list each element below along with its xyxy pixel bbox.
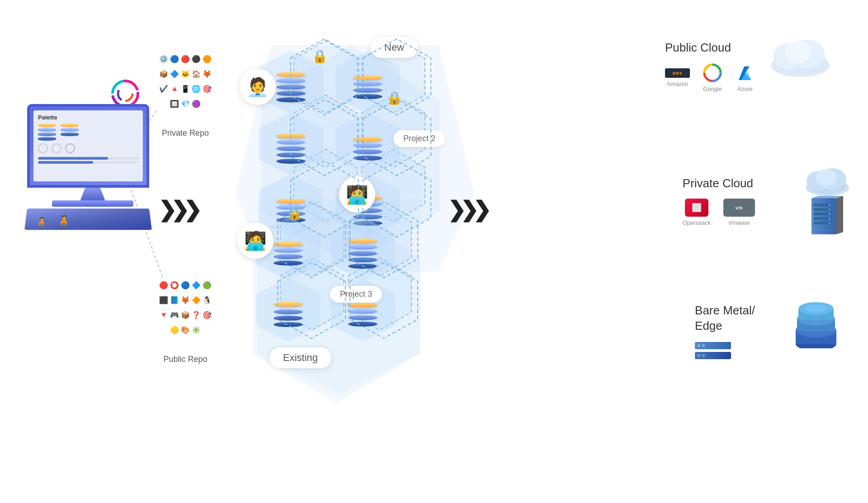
monitor-screen: Palette [27,104,149,188]
azure-label: Azure [737,85,753,92]
monitor-base [52,200,133,207]
svg-point-47 [829,209,830,210]
public-cloud-title: Public Cloud [665,41,755,55]
hex-cluster-4 [333,112,405,178]
hex-cluster-9 [328,217,398,280]
public-cloud-section: Public Cloud aws Amazon Google [665,41,755,92]
label-existing: Existing [269,347,331,368]
vmware-logo: vm [723,199,755,217]
amazon-label: Amazon [667,81,689,87]
openstack-logo: ⬜ [685,199,708,217]
svg-point-46 [829,204,830,206]
monitor: Palette [27,104,158,231]
openstack-label: Openstack [683,219,711,226]
svg-point-58 [805,305,827,312]
label-project2: Project 2 [393,130,445,147]
openstack-provider: ⬜ Openstack [683,199,711,226]
azure-provider: Azure [735,63,755,92]
aws-logo: aws [665,68,690,78]
monitor-palette-label: Palette [38,114,138,121]
svg-marker-39 [836,196,843,234]
figure-standing-1: 🧍 [34,217,49,229]
bare-metal-icon [787,294,845,350]
lock-icon-2: 🔒 [387,90,402,105]
person-figure-1: 🧑‍💼 [240,69,276,105]
google-logo [703,63,722,83]
private-repo-label: Private Repo [140,128,231,138]
monitor-section: Palette [27,104,158,231]
bare-metal-title: Bare Metal/ Edge [695,303,755,334]
lock-icon-1: 🔒 [312,49,328,64]
hex-cluster-2 [333,51,405,116]
bare-metal-section: Bare Metal/ Edge [695,303,755,359]
left-arrow: ❯❯❯ [158,199,196,221]
label-project3: Project 3 [330,286,382,303]
lock-icon-3: 🔒 [287,206,302,221]
azure-logo [735,63,755,83]
google-label: Google [703,85,722,92]
public-cloud-icon [764,32,836,83]
svg-point-48 [829,213,830,215]
svg-point-49 [829,218,830,219]
private-cloud-title: Private Cloud [683,176,755,190]
person-figure-2: 🧑‍💻 [339,176,375,213]
figure-standing-2: 🧍 [55,215,72,229]
monitor-stand [80,188,105,200]
public-repo-label: Public Repo [140,355,231,364]
svg-point-50 [829,222,830,224]
google-provider: Google [703,63,722,92]
private-cloud-icon [800,163,854,239]
label-new: New [371,37,418,58]
private-repo: ⚙️🔵🔴 ⚫🟠📦 🔷🐱🏠 🦊✔️🔺 📱🌐🎯 🔲💎🟣 Private Repo [140,36,231,138]
amazon-provider: aws Amazon [665,68,690,87]
vmware-provider: vm Vmware [723,199,755,226]
person-figure-3: 🧑‍💻 [237,223,274,259]
right-arrow: ❯❯❯ [448,199,486,221]
main-diagram: Palette [0,0,868,503]
svg-point-36 [816,169,836,186]
hex-cluster-3 [256,112,328,178]
svg-point-31 [784,41,811,63]
vmware-label: Vmware [728,219,750,226]
public-repo: 🔴⭕🔵 🔷🟢⬛ 📘🦊🔶 🐧🔻🎮 📦❓🎯 🟡🎨✳️ Public Repo [140,262,231,364]
bare-metal-servers-icon [695,342,755,359]
private-cloud-section: Private Cloud ⬜ Openstack vm Vmware [683,176,755,226]
hex-cluster-8 [253,278,323,342]
